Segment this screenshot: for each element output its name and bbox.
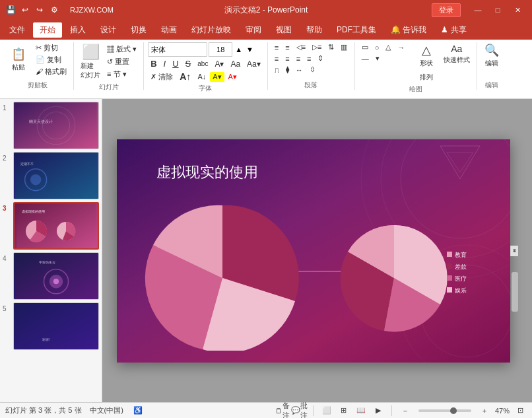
comments-button[interactable]: 💬 批注 bbox=[293, 404, 306, 417]
slide-img-5[interactable]: 谢谢! bbox=[13, 302, 99, 350]
align-right-button[interactable]: ≡ bbox=[294, 54, 303, 63]
zoom-thumb[interactable] bbox=[450, 407, 457, 414]
slide-thumb-2[interactable]: 2 定期不不 bbox=[3, 152, 99, 199]
font-size-up-button[interactable]: ▲ bbox=[234, 44, 244, 55]
menu-tell-me[interactable]: 🔔 告诉我 bbox=[384, 22, 433, 38]
shape-triangle-button[interactable]: △ bbox=[383, 42, 393, 52]
convert-button[interactable]: ↔ bbox=[293, 65, 306, 75]
redo-icon[interactable]: ↪ bbox=[34, 5, 45, 15]
edit-button[interactable]: 🔍 编辑 bbox=[481, 42, 502, 69]
indent-increase-button[interactable]: ▷≡ bbox=[310, 42, 324, 52]
font-size-down-button[interactable]: ▼ bbox=[245, 44, 255, 55]
slide-img-3[interactable]: 虚拟现实的使用 bbox=[13, 202, 99, 250]
normal-view-button[interactable]: ⬜ bbox=[320, 404, 333, 417]
menu-review[interactable]: 审阅 bbox=[239, 22, 268, 38]
paste-button[interactable]: 📋 粘贴 bbox=[5, 46, 32, 73]
menu-design[interactable]: 设计 bbox=[94, 22, 123, 38]
font-shadow-button[interactable]: Aa bbox=[228, 59, 243, 69]
menu-animations[interactable]: 动画 bbox=[154, 22, 183, 38]
text-color-button[interactable]: A▾ bbox=[226, 72, 240, 82]
font-color-button[interactable]: A▾ bbox=[212, 59, 226, 69]
slide-thumb-4[interactable]: 4 宇宙仿生云 bbox=[3, 252, 99, 300]
numbered-list-button[interactable]: ≡ bbox=[283, 43, 292, 52]
login-button[interactable]: 登录 bbox=[432, 3, 461, 17]
svg-text:差款: 差款 bbox=[455, 263, 467, 270]
indent-decrease-button[interactable]: ◁≡ bbox=[294, 42, 308, 52]
shape-line-button[interactable]: — bbox=[359, 53, 372, 63]
columns-button[interactable]: ▥ bbox=[338, 42, 350, 52]
font-smaller-button[interactable]: A↓ bbox=[195, 72, 209, 81]
shape-rect-button[interactable]: ▭ bbox=[359, 42, 371, 52]
slide-img-4[interactable]: 宇宙仿生云 bbox=[13, 252, 99, 300]
zoom-in-button[interactable]: + bbox=[478, 404, 491, 417]
section-button[interactable]: ≡ 节 ▾ bbox=[104, 69, 139, 80]
font-name-input[interactable] bbox=[148, 42, 207, 57]
menu-transitions[interactable]: 切换 bbox=[124, 22, 153, 38]
reset-button[interactable]: ↺ 重置 bbox=[104, 56, 139, 67]
line-spacing-button[interactable]: ⇕ bbox=[315, 53, 326, 63]
slide-sorter-button[interactable]: ⊞ bbox=[337, 404, 350, 417]
fit-slide-button[interactable]: ⊡ bbox=[514, 404, 527, 417]
scroll-down-arrow[interactable]: ▼ bbox=[511, 246, 519, 256]
slide-img-1[interactable]: 幽灵天使设计 bbox=[13, 102, 99, 149]
slide-thumb-1[interactable]: 1 幽灵天使设计 bbox=[3, 102, 99, 149]
strikethrough-button[interactable]: S bbox=[183, 58, 194, 69]
font-bigger-button[interactable]: A↑ bbox=[177, 71, 193, 83]
slide-img-2[interactable]: 定期不不 bbox=[13, 152, 99, 199]
minimize-button[interactable]: — bbox=[469, 3, 487, 17]
font-case-button[interactable]: Aa▾ bbox=[244, 59, 263, 69]
quick-style-button[interactable]: Aa 快速样式 bbox=[441, 42, 473, 66]
text-direction-button[interactable]: ⇅ bbox=[325, 42, 337, 52]
zoom-out-button[interactable]: − bbox=[399, 404, 412, 417]
maximize-button[interactable]: □ bbox=[488, 3, 507, 17]
menu-view[interactable]: 视图 bbox=[269, 22, 298, 38]
menu-file[interactable]: 文件 bbox=[3, 22, 32, 38]
highlight-button[interactable]: A▾ bbox=[210, 72, 224, 82]
format-painter-button[interactable]: 🖌 格式刷 bbox=[33, 66, 69, 77]
menu-insert[interactable]: 插入 bbox=[63, 22, 92, 38]
menu-slideshow[interactable]: 幻灯片放映 bbox=[185, 22, 238, 38]
underline-button[interactable]: U bbox=[170, 58, 181, 69]
shape-more-button[interactable]: ▾ bbox=[373, 53, 382, 63]
shape-arrow-button[interactable]: → bbox=[395, 42, 407, 52]
para-space-button[interactable]: ⇳ bbox=[307, 65, 318, 75]
bold-button[interactable]: B bbox=[148, 58, 159, 69]
close-button[interactable]: ✕ bbox=[508, 3, 527, 17]
justify-button[interactable]: ≡ bbox=[304, 54, 314, 63]
text-box-button[interactable]: ⎍ bbox=[272, 65, 282, 75]
scroll-thumb[interactable] bbox=[512, 272, 518, 312]
slide-title[interactable]: 虚拟现实的使用 bbox=[156, 162, 258, 182]
customize-icon[interactable]: ⚙ bbox=[49, 5, 59, 15]
reading-view-button[interactable]: 📖 bbox=[354, 404, 368, 417]
zoom-slider[interactable] bbox=[418, 409, 471, 412]
italic-button[interactable]: I bbox=[161, 58, 169, 69]
slide-thumb-5[interactable]: 5 谢谢! bbox=[3, 302, 99, 350]
cut-button[interactable]: ✂ 剪切 bbox=[33, 42, 69, 53]
strikethrough2-button[interactable]: abc bbox=[195, 59, 211, 68]
new-slide-label: 新建幻灯片 bbox=[81, 61, 100, 80]
font-clear-button[interactable]: ✗ 清除 bbox=[148, 71, 176, 83]
slide-thumb-3[interactable]: 3 虚拟现实的使用 bbox=[3, 202, 99, 250]
menu-share[interactable]: ♟ 共享 bbox=[434, 22, 473, 38]
save-icon[interactable]: 💾 bbox=[5, 5, 16, 15]
menu-pdf[interactable]: PDF工具集 bbox=[330, 22, 383, 38]
undo-icon[interactable]: ↩ bbox=[20, 5, 30, 15]
shape-oval-button[interactable]: ○ bbox=[372, 42, 382, 52]
new-slide-button[interactable]: ⬜ 新建幻灯片 bbox=[78, 42, 103, 81]
shape-button[interactable]: △ 形状 bbox=[415, 42, 438, 69]
slide-canvas[interactable]: 虚拟现实的使用 bbox=[117, 139, 510, 363]
slideshow-button[interactable]: ▶ bbox=[372, 404, 385, 417]
menu-help[interactable]: 帮助 bbox=[300, 22, 329, 38]
bullet-list-button[interactable]: ≡ bbox=[272, 43, 281, 52]
vertical-scrollbar[interactable]: ▲ ▼ bbox=[510, 246, 518, 256]
font-size-input[interactable] bbox=[209, 42, 232, 57]
accessibility-icon[interactable]: ♿ bbox=[131, 404, 145, 417]
menu-home[interactable]: 开始 bbox=[33, 22, 62, 38]
smart-art-button[interactable]: ⧫ bbox=[283, 65, 292, 75]
layout-button[interactable]: ▦ 版式 ▾ bbox=[104, 44, 139, 55]
copy-button[interactable]: 📄 复制 bbox=[33, 54, 69, 65]
arrange-button[interactable]: 排列 bbox=[415, 71, 438, 83]
notes-button[interactable]: 🗒 备注 bbox=[276, 404, 289, 417]
align-left-button[interactable]: ≡ bbox=[272, 54, 281, 63]
align-center-button[interactable]: ≡ bbox=[283, 54, 292, 63]
